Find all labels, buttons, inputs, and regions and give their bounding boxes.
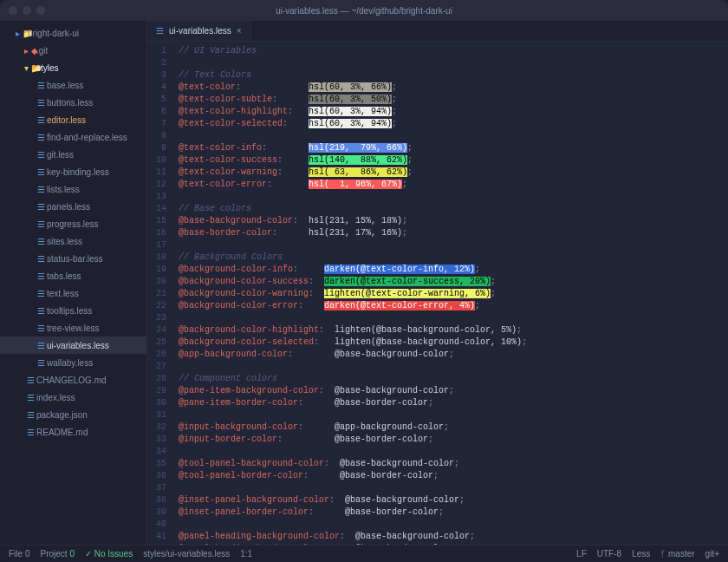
sidebar-item-buttons-less[interactable]: ☰ buttons.less [0,94,146,111]
tab-label: ui-variables.less [169,26,231,36]
code-line[interactable] [179,57,728,69]
window-title: ui-variables.less — ~/dev/github/bright-… [276,6,452,16]
code-line[interactable]: @pane-item-border-color: @base-border-co… [179,397,728,409]
status-project[interactable]: Project 0 [40,549,74,559]
status-cursor[interactable]: 1:1 [240,549,252,559]
sidebar-item-ui-variables-less[interactable]: ☰ ui-variables.less [0,337,146,354]
code-line[interactable] [179,239,728,252]
code-line[interactable] [179,519,728,531]
sidebar-item-tree-view-less[interactable]: ☰ tree-view.less [0,319,146,337]
code-line[interactable] [179,130,728,142]
code-line[interactable]: @background-color-selected: lighten(@bas… [179,337,728,349]
code-line[interactable]: @tool-panel-background-color: @base-back… [179,458,728,470]
code-line[interactable]: // UI Variables [179,45,728,57]
file-icon: ☰ [156,26,164,36]
code-line[interactable]: @text-color-info: hsl(219, 79%, 66%); [179,142,728,154]
file-icon: ☰ [35,150,47,160]
code-line[interactable]: @text-color-subtle: hsl(60, 3%, 50%); [179,94,728,106]
sidebar-item-git-less[interactable]: ☰ git.less [0,146,146,163]
file-icon: ☰ [35,185,47,194]
file-icon: ☰ [35,133,47,142]
sidebar-item-README-md[interactable]: ☰ README.md [0,423,146,441]
code-line[interactable]: @text-color: hsl(60, 3%, 66%); [179,82,728,94]
code-line[interactable] [179,312,728,324]
file-icon: ☰ [35,289,47,298]
sidebar-item-lists-less[interactable]: ☰ lists.less [0,180,146,198]
sidebar-item-sites-less[interactable]: ☰ sites.less [0,232,146,250]
status-branch[interactable]: ᚶ master [660,549,694,559]
text-editor[interactable]: 1234567891011121314151617181920212223242… [147,42,728,545]
sidebar-item-styles[interactable]: ▾ 📂 styles [0,59,146,76]
file-icon: ☰ [35,237,47,246]
status-issues[interactable]: ✓ No Issues [85,549,133,559]
code-line[interactable]: @text-color-highlight: hsl(60, 3%, 94%); [179,106,728,118]
close-icon[interactable] [9,6,17,15]
code-line[interactable] [179,482,728,494]
code-line[interactable]: @text-color-selected: hsl(60, 3%, 94%); [179,118,728,130]
code-area[interactable]: // UI Variables // Text Colors@text-colo… [172,42,728,545]
zoom-icon[interactable] [36,6,45,15]
code-line[interactable]: @input-background-color: @app-background… [179,422,728,434]
code-line[interactable]: @background-color-highlight: lighten(@ba… [179,324,728,337]
tab-bar[interactable]: ☰ ui-variables.less × [147,21,728,42]
code-line[interactable]: @base-border-color: hsl(231, 17%, 16%); [179,227,728,239]
status-git-plus[interactable]: git+ [705,549,719,559]
sidebar-item-git[interactable]: ▸ ◆ .git [0,42,146,59]
code-line[interactable]: // Text Colors [179,69,728,82]
code-line[interactable]: @inset-panel-border-color: @base-border-… [179,506,728,519]
code-line[interactable]: // Background Colors [179,252,728,264]
code-line[interactable]: @text-color-success: hsl(140, 88%, 62%); [179,154,728,167]
sidebar-item-base-less[interactable]: ☰ base.less [0,76,146,94]
file-icon: ☰ [35,341,47,350]
code-line[interactable]: @background-color-error: darken(@text-co… [179,300,728,312]
status-bar: File 0 Project 0 ✓ No Issues styles/ui-v… [0,545,728,562]
status-encoding[interactable]: UTF-8 [597,549,621,559]
code-line[interactable]: @input-border-color: @base-border-color; [179,434,728,446]
code-line[interactable] [179,361,728,373]
code-line[interactable]: @app-background-color: @base-background-… [179,349,728,361]
sidebar-item-wallaby-less[interactable]: ☰ wallaby.less [0,354,146,371]
file-icon: ☰ [24,428,36,437]
code-line[interactable] [179,409,728,422]
code-line[interactable]: @text-color-error: hsl( 1, 96%, 67%); [179,179,728,191]
close-icon[interactable]: × [237,26,242,36]
code-line[interactable]: @inset-panel-background-color: @base-bac… [179,494,728,506]
titlebar: ui-variables.less — ~/dev/github/bright-… [0,0,728,21]
folder-icon: ▸ 📁 [16,29,28,38]
code-line[interactable]: @background-color-warning: lighten(@text… [179,288,728,300]
project-root[interactable]: ▸ 📁 bright-dark-ui [0,24,146,42]
status-file[interactable]: File 0 [9,549,29,559]
status-lf[interactable]: LF [576,549,587,559]
sidebar-item-panels-less[interactable]: ☰ panels.less [0,198,146,215]
sidebar-item-tabs-less[interactable]: ☰ tabs.less [0,267,146,284]
sidebar-item-tooltips-less[interactable]: ☰ tooltips.less [0,302,146,319]
code-line[interactable]: @tool-panel-border-color: @base-border-c… [179,470,728,482]
status-path[interactable]: styles/ui-variables.less [143,549,230,559]
tree-view[interactable]: ▸ 📁 bright-dark-ui▸ ◆ .git▾ 📂 styles☰ ba… [0,21,147,545]
sidebar-item-find-and-replace-less[interactable]: ☰ find-and-replace.less [0,128,146,146]
sidebar-item-package-json[interactable]: ☰ package.json [0,406,146,423]
sidebar-item-progress-less[interactable]: ☰ progress.less [0,215,146,232]
code-line[interactable]: @base-background-color: hsl(231, 15%, 18… [179,215,728,227]
file-icon: ☰ [35,271,47,281]
code-line[interactable]: @background-color-info: darken(@text-col… [179,264,728,276]
sidebar-item-CHANGELOG-md[interactable]: ☰ CHANGELOG.md [0,371,146,389]
file-icon: ☰ [24,410,36,420]
file-icon: ☰ [35,306,47,316]
sidebar-item-status-bar-less[interactable]: ☰ status-bar.less [0,250,146,267]
code-line[interactable]: @panel-heading-background-color: @base-b… [179,531,728,543]
minimize-icon[interactable] [23,6,31,15]
code-line[interactable] [179,191,728,203]
code-line[interactable]: @pane-item-background-color: @base-backg… [179,385,728,397]
status-grammar[interactable]: Less [632,549,650,559]
code-line[interactable]: // Base colors [179,203,728,215]
code-line[interactable]: @background-color-success: darken(@text-… [179,276,728,288]
sidebar-item-index-less[interactable]: ☰ index.less [0,389,146,406]
code-line[interactable]: @text-color-warning: hsl( 63, 86%, 62%); [179,167,728,179]
tab-ui-variables[interactable]: ☰ ui-variables.less × [147,20,251,41]
code-line[interactable] [179,446,728,458]
sidebar-item-key-binding-less[interactable]: ☰ key-binding.less [0,163,146,180]
sidebar-item-text-less[interactable]: ☰ text.less [0,284,146,302]
code-line[interactable]: // Component colors [179,373,728,385]
sidebar-item-editor-less[interactable]: ☰ editor.less [0,111,146,128]
